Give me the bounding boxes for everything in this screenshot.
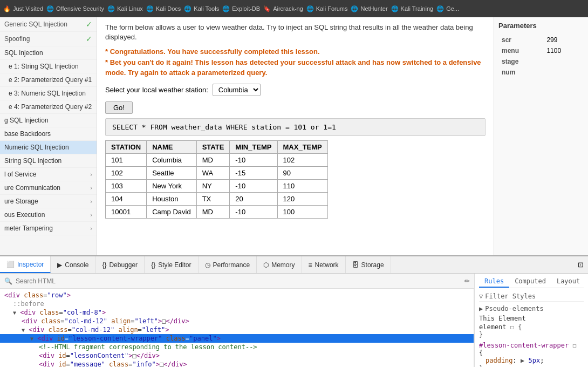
devtools-tab-debugger[interactable]: {} Debugger bbox=[95, 256, 145, 273]
tab-kali-docs[interactable]: 🌐 Kali Docs bbox=[146, 5, 181, 12]
tab-just-visited[interactable]: 🔥 Just Visited bbox=[3, 5, 43, 12]
tab-aircrack-ng[interactable]: 🔖 Aircrack-ng bbox=[263, 5, 303, 12]
devtools-tabbar: ⬜ Inspector ▶ Console {} Debugger {} Sty… bbox=[0, 256, 588, 274]
weather-select[interactable]: Columbia bbox=[213, 84, 261, 96]
sidebar-item-e4[interactable]: e 4: Parameterized Query #2 bbox=[0, 100, 97, 114]
inspector-icon: ⬜ bbox=[6, 261, 15, 268]
tab-kali-training[interactable]: 🌐 Kali Training bbox=[391, 5, 434, 12]
param-key: stage bbox=[500, 57, 543, 66]
devtools-tab-console[interactable]: ▶ Console bbox=[51, 256, 95, 273]
devtools-tab-performance[interactable]: ◷ Performance bbox=[199, 256, 257, 273]
devtools-tab-inspector[interactable]: ⬜ Inspector bbox=[0, 256, 51, 273]
sidebar-item-dangerous-exec[interactable]: ous Execution › bbox=[0, 208, 97, 222]
sidebar-item-secure-comm[interactable]: ure Communication › bbox=[0, 181, 97, 195]
tab-kali-forums[interactable]: 🌐 Kali Forums bbox=[306, 5, 348, 12]
this-element-section: This Element element ◻ { } bbox=[479, 315, 584, 338]
sidebar-item-e1[interactable]: e 1: String SQL Injection bbox=[0, 60, 97, 73]
devtools-tab-memory[interactable]: ⬡ Memory bbox=[257, 256, 302, 273]
table-cell: 103 bbox=[106, 179, 147, 192]
table-cell: 110 bbox=[277, 179, 327, 192]
table-row: 104HoustonTX20120 bbox=[106, 192, 328, 205]
devtools-body: 🔍 ✏ <div class="row">::before <div class… bbox=[0, 274, 588, 367]
filter-styles-bar: ▽ Filter Styles bbox=[479, 291, 584, 302]
html-line[interactable]: <div id="lesson-content-wrapper" class="… bbox=[0, 334, 474, 343]
param-key: menu bbox=[500, 46, 543, 56]
param-key: scr bbox=[500, 35, 543, 45]
sidebar-item-e3[interactable]: e 3: Numeric SQL Injection bbox=[0, 87, 97, 100]
sidebar-item-backdoors[interactable]: base Backdoors bbox=[0, 127, 97, 141]
globe-icon-5: 🌐 bbox=[222, 5, 230, 12]
sidebar-item-param-tampering[interactable]: meter Tampering › bbox=[0, 222, 97, 235]
table-cell: New York bbox=[147, 179, 197, 192]
html-search-bar: 🔍 ✏ bbox=[0, 274, 474, 289]
sidebar-item-string-sql[interactable]: String SQL Injection bbox=[0, 154, 97, 168]
sidebar-item-generic-sql[interactable]: Generic SQL Injection ✓ bbox=[0, 17, 97, 32]
param-table: scr299menu1100stagenum bbox=[498, 34, 584, 78]
pseudo-elements-toggle[interactable]: ▶ Pseudo-elements bbox=[479, 305, 584, 312]
table-row: 101ColumbiaMD-10102 bbox=[106, 153, 328, 166]
table-cell: 10001 bbox=[106, 205, 147, 218]
sidebar-item-spoofing[interactable]: Spoofing ✓ bbox=[0, 32, 97, 46]
sidebar-item-e2[interactable]: e 2: Parameterized Query #1 bbox=[0, 73, 97, 87]
go-button[interactable]: Go! bbox=[105, 101, 133, 114]
right-panel: Parameters scr299menu1100stagenum bbox=[494, 17, 588, 255]
network-icon: ≡ bbox=[309, 261, 312, 269]
table-cell: 120 bbox=[277, 192, 327, 205]
table-cell: 100 bbox=[277, 205, 327, 218]
rules-tab-layout[interactable]: Layout bbox=[551, 276, 585, 288]
html-line[interactable]: <div class="col-md-8"> bbox=[0, 308, 474, 317]
pen-icon: ✏ bbox=[464, 277, 470, 285]
globe-icon-6: 🌐 bbox=[306, 5, 314, 12]
globe-icon-4: 🌐 bbox=[184, 5, 192, 12]
sidebar-item-dos[interactable]: l of Service › bbox=[0, 168, 97, 181]
resize-handle[interactable]: ⊡ bbox=[573, 256, 588, 273]
table-cell: MD bbox=[196, 205, 230, 218]
globe-icon-2: 🌐 bbox=[107, 5, 115, 12]
html-line[interactable]: <!--HTML fragment corresponding to the l… bbox=[0, 343, 474, 351]
col-name: NAME bbox=[147, 140, 197, 153]
table-cell: 20 bbox=[230, 192, 277, 205]
sidebar-item-numeric-sql[interactable]: Numeric SQL Injection bbox=[0, 141, 97, 154]
search-icon: 🔍 bbox=[4, 277, 12, 285]
debugger-icon: {} bbox=[102, 261, 106, 269]
tab-ge[interactable]: 🌐 Ge... bbox=[436, 5, 459, 12]
devtools-tab-network[interactable]: ≡ Network bbox=[302, 256, 346, 273]
sidebar-item-sql-injection[interactable]: SQL Injection bbox=[0, 46, 97, 60]
param-row: stage bbox=[500, 57, 583, 66]
devtools-tab-style-editor[interactable]: {} Style Editor bbox=[145, 256, 198, 273]
param-row: scr299 bbox=[500, 35, 583, 45]
col-max-temp: MAX_TEMP bbox=[277, 140, 327, 153]
table-cell: 102 bbox=[277, 153, 327, 166]
sidebar-item-g-sql[interactable]: g SQL Injection bbox=[0, 114, 97, 127]
html-line[interactable]: <div class="row"> bbox=[0, 291, 474, 300]
weather-data-table: STATION NAME STATE MIN_TEMP MAX_TEMP 101… bbox=[105, 140, 328, 219]
html-line[interactable]: <div class="col-md-12" align="left">□</d… bbox=[0, 317, 474, 325]
table-cell: -10 bbox=[230, 179, 277, 192]
browser-toolbar: 🔥 Just Visited 🌐 Offensive Security 🌐 Ka… bbox=[0, 0, 588, 17]
table-cell: NY bbox=[196, 179, 230, 192]
col-station: STATION bbox=[106, 140, 147, 153]
rules-tab-computed[interactable]: Computed bbox=[509, 276, 551, 288]
table-cell: Seattle bbox=[147, 166, 197, 179]
globe-icon-3: 🌐 bbox=[146, 5, 154, 12]
rules-tab-rules[interactable]: Rules bbox=[479, 276, 509, 288]
html-line[interactable]: <div class="col-md-12" align="left"> bbox=[0, 325, 474, 334]
html-line[interactable]: <div id="lessonContent">□</div> bbox=[0, 351, 474, 360]
sidebar-item-secure-storage[interactable]: ure Storage › bbox=[0, 195, 97, 208]
tab-kali-tools[interactable]: 🌐 Kali Tools bbox=[184, 5, 219, 12]
html-line[interactable]: ::before bbox=[0, 300, 474, 308]
tab-kali-linux[interactable]: 🌐 Kali Linux bbox=[107, 5, 143, 12]
html-search-input[interactable] bbox=[16, 277, 461, 285]
table-cell: 101 bbox=[106, 153, 147, 166]
content-area: The form below allows a user to view wea… bbox=[97, 17, 494, 255]
rules-tabs: Rules Computed Layout bbox=[479, 276, 584, 288]
globe-icon-9: 🌐 bbox=[436, 5, 444, 12]
tab-exploit-db[interactable]: 🌐 Exploit-DB bbox=[222, 5, 260, 12]
tab-offensive-security[interactable]: 🌐 Offensive Security bbox=[46, 5, 104, 12]
success-line2: * Bet you can't do it again! This lesson… bbox=[105, 57, 486, 78]
devtools-tab-storage[interactable]: 🗄 Storage bbox=[346, 256, 391, 273]
tab-nethunter[interactable]: 🌐 NetHunter bbox=[351, 5, 387, 12]
arrow-icon-0: › bbox=[90, 171, 92, 178]
table-row: 103New YorkNY-10110 bbox=[106, 179, 328, 192]
html-line[interactable]: <div id="message" class="info">□</div> bbox=[0, 360, 474, 367]
